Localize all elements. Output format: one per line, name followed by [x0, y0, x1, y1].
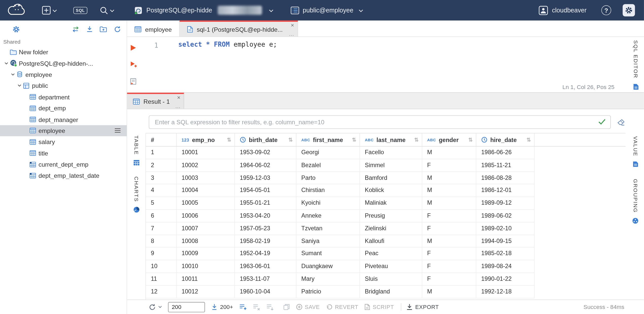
sort-icon[interactable]: ⇅ — [526, 137, 531, 143]
data-cell[interactable]: 1989-08-24 — [476, 260, 535, 273]
data-cell[interactable]: Patricio — [296, 286, 360, 298]
execute-script-icon[interactable] — [130, 61, 137, 69]
column-header-emp_no[interactable]: 123emp_no⇅ — [177, 133, 235, 146]
export-button[interactable]: EXPORT — [406, 304, 439, 310]
data-cell[interactable]: Bezalel — [296, 159, 360, 172]
add-folder-icon[interactable] — [100, 26, 107, 32]
data-cell[interactable]: 1952-04-19 — [235, 248, 296, 260]
data-cell[interactable]: 10004 — [177, 184, 235, 197]
data-cell[interactable]: M — [422, 197, 477, 210]
data-cell[interactable]: Saniya — [296, 235, 360, 248]
data-cell[interactable]: 10011 — [177, 273, 235, 286]
tab-result-1[interactable]: Result - 1 × … — [127, 93, 184, 109]
data-cell[interactable]: 10009 — [177, 248, 235, 260]
duplicate-row-button[interactable] — [266, 304, 274, 310]
data-cell[interactable]: F — [422, 248, 477, 260]
tree-item-New folder[interactable]: New folder — [0, 46, 127, 58]
tab-grouping-panel[interactable]: GROUPING — [632, 179, 639, 224]
data-cell[interactable]: Kalloufi — [360, 235, 422, 248]
data-cell[interactable]: F — [422, 273, 477, 286]
data-cell[interactable]: Bamford — [360, 172, 422, 184]
data-cell[interactable]: Simmel — [360, 159, 422, 172]
tree-item-public[interactable]: public — [0, 80, 127, 91]
column-header-last_name[interactable]: ABClast_name⇅ — [360, 133, 422, 146]
data-cell[interactable]: 10010 — [177, 260, 235, 273]
data-cell[interactable]: 1986-06-26 — [476, 147, 535, 159]
data-cell[interactable]: 10005 — [177, 197, 235, 210]
data-cell[interactable]: 1964-06-02 — [235, 159, 296, 172]
apply-filter-check-icon[interactable] — [598, 119, 606, 125]
data-cell[interactable]: 10006 — [177, 210, 235, 222]
row-number-cell[interactable]: 7 — [146, 222, 177, 235]
data-cell[interactable]: 1963-06-01 — [235, 260, 296, 273]
data-cell[interactable]: 1954-05-01 — [235, 184, 296, 197]
data-cell[interactable]: 1994-09-15 — [476, 235, 535, 248]
tab-table-view[interactable]: TABLE — [133, 135, 140, 166]
tree-item-dept_emp_latest_date[interactable]: dept_emp_latest_date — [0, 170, 127, 181]
column-header-hire_date[interactable]: hire_date⇅ — [476, 133, 535, 146]
settings-button[interactable] — [623, 4, 635, 16]
data-cell[interactable]: 1953-04-20 — [235, 210, 296, 222]
data-cell[interactable]: F — [422, 222, 477, 235]
data-cell[interactable]: Peac — [360, 248, 422, 260]
data-cell[interactable]: 1958-02-19 — [235, 235, 296, 248]
data-cell[interactable]: 1989-02-10 — [476, 222, 535, 235]
connection-selector[interactable]: PostgreSQL@ep-hidde — [134, 6, 273, 15]
data-cell[interactable]: M — [422, 172, 477, 184]
data-cell[interactable]: Parto — [296, 172, 360, 184]
data-cell[interactable]: Zielinski — [360, 222, 422, 235]
data-cell[interactable]: 1959-12-03 — [235, 172, 296, 184]
tab-employee[interactable]: employee — [127, 21, 180, 37]
sort-icon[interactable]: ⇅ — [468, 137, 473, 143]
tab-value-panel[interactable]: VALUE — [632, 136, 638, 167]
data-cell[interactable]: M — [422, 184, 477, 197]
data-cell[interactable]: Koblick — [360, 184, 422, 197]
data-cell[interactable]: Anneke — [296, 210, 360, 222]
data-cell[interactable]: M — [422, 235, 477, 248]
data-cell[interactable]: Duangkaew — [296, 260, 360, 273]
data-cell[interactable]: 10008 — [177, 235, 235, 248]
row-number-cell[interactable]: 10 — [146, 260, 177, 273]
row-number-cell[interactable]: 1 — [146, 147, 177, 159]
tree-item-employee[interactable]: employee — [0, 69, 127, 80]
copy-button[interactable] — [283, 304, 290, 310]
data-cell[interactable]: 10007 — [177, 222, 235, 235]
refresh-result-button[interactable] — [149, 304, 162, 311]
close-icon[interactable]: × — [291, 22, 294, 28]
data-cell[interactable]: M — [422, 286, 477, 298]
column-header-#[interactable]: # — [146, 133, 177, 146]
row-number-cell[interactable]: 12 — [146, 286, 177, 298]
close-icon[interactable]: × — [177, 94, 180, 100]
sort-icon[interactable]: ⇅ — [227, 137, 231, 143]
delete-row-button[interactable] — [253, 304, 260, 310]
data-cell[interactable]: 1953-11-07 — [235, 273, 296, 286]
fetch-more-button[interactable]: 200+ — [211, 304, 233, 310]
tree-item-employee[interactable]: employee — [0, 125, 127, 136]
search-button[interactable] — [100, 6, 114, 14]
tab-overflow-icon[interactable]: … — [175, 103, 180, 109]
data-cell[interactable]: 1986-08-28 — [476, 172, 535, 184]
row-number-cell[interactable]: 5 — [146, 197, 177, 210]
execution-plan-icon[interactable] — [130, 78, 137, 86]
data-cell[interactable]: Georgi — [296, 147, 360, 159]
schema-selector[interactable]: public@employee — [290, 6, 363, 14]
column-header-birth_date[interactable]: birth_date⇅ — [235, 133, 296, 146]
data-cell[interactable]: Preusig — [360, 210, 422, 222]
navigator-settings-gear-icon[interactable] — [12, 25, 20, 33]
data-cell[interactable]: 10002 — [177, 159, 235, 172]
revert-button[interactable]: REVERT — [326, 304, 358, 310]
row-number-cell[interactable]: 4 — [146, 184, 177, 197]
data-cell[interactable]: 10001 — [177, 147, 235, 159]
script-button[interactable]: SCRIPT — [365, 304, 394, 310]
data-cell[interactable]: Facello — [360, 147, 422, 159]
expand-chevron-icon[interactable] — [3, 61, 10, 65]
data-cell[interactable]: 1992-12-18 — [476, 286, 535, 298]
data-cell[interactable]: Kyoichi — [296, 197, 360, 210]
tab-overflow-icon[interactable]: … — [289, 31, 294, 37]
clear-filter-eraser-icon[interactable] — [617, 119, 625, 125]
data-cell[interactable]: Bridgland — [360, 286, 422, 298]
data-cell[interactable]: 1960-10-04 — [235, 286, 296, 298]
tree-item-PostgreSQL@ep-hidden-...[interactable]: PostgreSQL@ep-hidden-... — [0, 58, 127, 69]
data-cell[interactable]: Tzvetan — [296, 222, 360, 235]
row-menu-icon[interactable] — [114, 127, 121, 134]
